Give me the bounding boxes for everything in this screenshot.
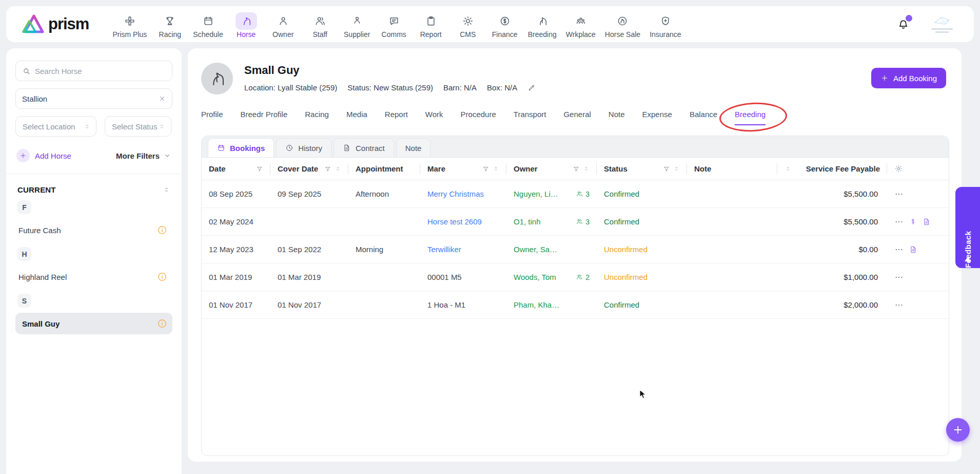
more-actions-icon[interactable]: [894, 189, 904, 199]
nav-item-owner[interactable]: Owner: [267, 10, 299, 39]
table-row[interactable]: 02 May 2024 Horse test 2609 O1, tinh 3 C…: [202, 208, 949, 236]
col-service-fee: Service Fee Payable: [777, 158, 887, 180]
gender-filter-chip[interactable]: Stallion: [15, 88, 172, 109]
tab-breedr-profile[interactable]: Breedr Profile: [241, 110, 288, 125]
tab-note[interactable]: Note: [609, 110, 625, 125]
horse-list-item-small-guy[interactable]: Small Guy: [15, 313, 172, 334]
payment-icon[interactable]: [909, 218, 917, 225]
arrow-up-icon: [965, 257, 971, 261]
nav-item-schedule[interactable]: Schedule: [191, 10, 225, 39]
subtab-note[interactable]: Note: [396, 138, 431, 157]
chevron-updown-icon: [83, 123, 91, 130]
nav-item-wrkplace[interactable]: Wrkplace: [564, 10, 598, 39]
more-actions-icon[interactable]: [894, 217, 904, 226]
invoice-icon[interactable]: [923, 218, 931, 226]
horse-head-icon: [532, 12, 553, 30]
nav-item-racing[interactable]: Racing: [154, 10, 186, 39]
info-icon[interactable]: [157, 272, 167, 282]
nav-item-breeding[interactable]: Breeding: [526, 10, 559, 39]
horse-list-item-future-cash[interactable]: Future Cash: [15, 219, 172, 241]
sort-icon[interactable]: [785, 165, 791, 172]
table-row[interactable]: 08 Sep 2025 09 Sep 2025 Afternoon Merry …: [202, 180, 949, 208]
sort-icon[interactable]: [673, 165, 680, 172]
subtab-history[interactable]: History: [276, 138, 331, 157]
add-horse-button[interactable]: Add Horse: [16, 149, 71, 162]
meta-status: Status: New Status (259): [347, 83, 433, 92]
filter-icon[interactable]: [256, 165, 263, 173]
edit-pencil-icon[interactable]: [527, 84, 536, 92]
notification-dot: [906, 15, 912, 22]
people-icon: [309, 12, 331, 30]
tab-procedure[interactable]: Procedure: [461, 110, 496, 125]
close-icon[interactable]: [159, 95, 166, 102]
tab-transport[interactable]: Transport: [514, 110, 546, 125]
more-actions-icon[interactable]: [894, 245, 904, 254]
tab-media[interactable]: Media: [346, 110, 367, 125]
tab-breeding[interactable]: Breeding: [735, 110, 766, 125]
mare-link[interactable]: Terwilliker: [427, 245, 461, 254]
nav-item-insurance[interactable]: Insurance: [648, 10, 683, 39]
invoice-icon[interactable]: [909, 245, 917, 254]
more-filters-button[interactable]: More Filters: [116, 151, 171, 160]
subtab-contract[interactable]: Contract: [334, 138, 394, 157]
tab-report[interactable]: Report: [385, 110, 408, 125]
stable-logo[interactable]: [926, 15, 958, 33]
clipboard-icon: [420, 12, 442, 30]
owner-count-badge: 3: [576, 218, 590, 226]
info-icon[interactable]: [157, 318, 167, 329]
plus-icon: [16, 149, 30, 162]
sort-icon[interactable]: [493, 165, 499, 172]
sort-icon[interactable]: [163, 186, 170, 194]
tab-profile[interactable]: Profile: [201, 110, 223, 125]
table-row[interactable]: 01 Nov 2017 01 Nov 2017 1 Hoa - M1 Pham,…: [202, 291, 949, 319]
nav-item-report[interactable]: Report: [415, 10, 447, 39]
tab-racing[interactable]: Racing: [305, 110, 329, 125]
dollar-badge-icon: [494, 12, 516, 30]
mare-link[interactable]: Merry Christmas: [427, 189, 484, 198]
info-icon[interactable]: [157, 225, 167, 235]
nav-item-staff[interactable]: Staff: [304, 10, 336, 39]
tab-work[interactable]: Work: [425, 110, 443, 125]
filter-icon[interactable]: [573, 165, 580, 173]
status-select[interactable]: Select Status: [105, 116, 171, 137]
tab-expense[interactable]: Expense: [642, 110, 672, 125]
nav-item-cms[interactable]: CMS: [452, 10, 484, 39]
nav-item-comms[interactable]: Comms: [378, 10, 410, 39]
nav-item-supplier[interactable]: Supplier: [341, 10, 373, 39]
calendar-icon: [198, 12, 219, 30]
location-select[interactable]: Select Location: [15, 116, 96, 137]
gear-icon[interactable]: [894, 164, 903, 173]
sort-icon[interactable]: [335, 165, 341, 172]
filter-icon[interactable]: [482, 165, 489, 173]
add-booking-button[interactable]: Add Booking: [871, 68, 946, 88]
filter-icon[interactable]: [324, 165, 331, 173]
prism-logo: prism: [22, 14, 89, 34]
clock-icon: [285, 144, 293, 152]
sidebar-actions: Add Horse More Filters: [15, 148, 172, 162]
nav-item-horse[interactable]: Horse: [230, 10, 262, 39]
top-bar-right: [896, 15, 958, 33]
table-row[interactable]: 12 May 2023 01 Sep 2022 Morning Terwilli…: [202, 236, 949, 263]
search-horse-input[interactable]: [35, 67, 166, 75]
more-actions-icon[interactable]: [894, 273, 904, 282]
notifications-bell-icon[interactable]: [896, 16, 910, 32]
nav-item-prism-plus[interactable]: Prism Plus: [110, 10, 149, 39]
plus-icon: [880, 74, 889, 82]
meta-location: Location: Lyall Stable (259): [244, 83, 337, 92]
floating-add-button[interactable]: [946, 418, 970, 442]
meta-box: Box: N/A: [487, 83, 517, 92]
horse-avatar: [201, 63, 233, 94]
tab-general[interactable]: General: [563, 110, 591, 125]
sort-icon[interactable]: [583, 165, 590, 172]
filter-icon[interactable]: [663, 165, 670, 173]
table-row[interactable]: 01 Mar 2019 01 Mar 2019 00001 M5 Woods, …: [202, 263, 949, 291]
tab-balance[interactable]: Balance: [690, 110, 717, 125]
more-actions-icon[interactable]: [894, 300, 904, 310]
subtab-bookings[interactable]: Bookings: [208, 138, 274, 157]
feedback-button[interactable]: Feedback: [955, 187, 980, 268]
nav-item-finance[interactable]: Finance: [489, 10, 521, 39]
horse-list-item-highland-reel[interactable]: Highland Reel: [15, 266, 172, 288]
mare-link[interactable]: Horse test 2609: [427, 217, 482, 226]
nav-item-horse-sale[interactable]: Horse Sale: [603, 10, 642, 39]
col-note: Note: [687, 158, 777, 180]
